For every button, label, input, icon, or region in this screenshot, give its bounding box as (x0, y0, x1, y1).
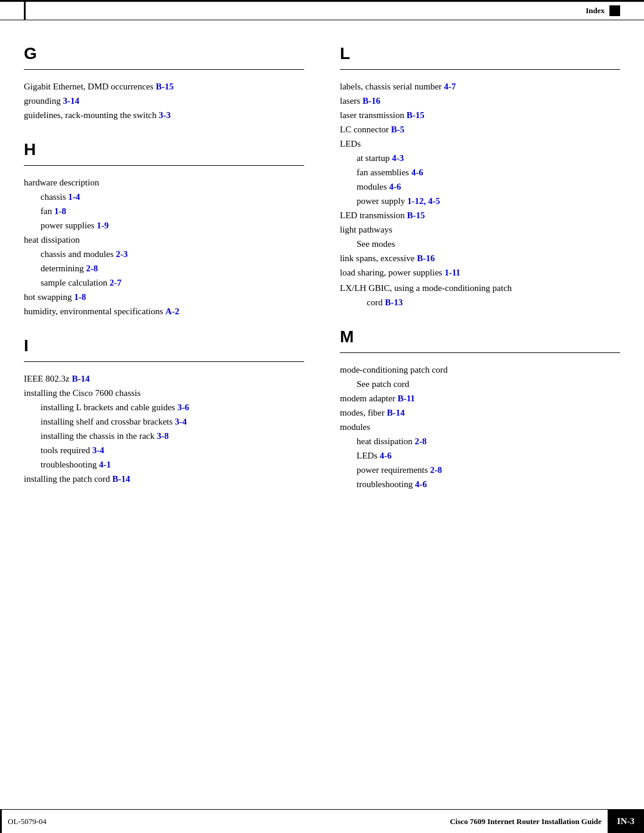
entry-text: humidity, environmental specifications (24, 306, 165, 316)
entry-link: B-14 (387, 408, 405, 417)
entry-link: 1-8 (54, 206, 66, 216)
list-item: mode-conditioning patch cord (340, 363, 620, 377)
footer-book-title: Cisco 7609 Internet Router Installation … (206, 817, 608, 826)
entry-link: 2-3 (116, 249, 128, 259)
list-item: load sharing, power supplies 1-11 (340, 265, 620, 280)
entry-text: power requirements (357, 465, 430, 475)
section-M-divider (340, 352, 620, 353)
list-item: sample calculation 2-7 (24, 275, 304, 290)
list-item: modem adapter B-11 (340, 391, 620, 405)
list-item: troubleshooting 4-1 (24, 457, 304, 472)
list-item: labels, chassis serial number 4-7 (340, 79, 620, 94)
section-H: H hardware description chassis 1-4 fan 1… (24, 140, 304, 318)
entry-text: IEEE 802.3z (24, 374, 72, 383)
list-item: guidelines, rack-mounting the switch 3-3 (24, 108, 304, 122)
entry-text: LEDs (357, 451, 380, 460)
entry-link: B-15 (407, 210, 425, 220)
section-L-letter: L (340, 44, 620, 63)
entry-text: installing L brackets and cable guides (41, 402, 177, 412)
list-item: determining 2-8 (24, 261, 304, 275)
entry-text: installing the Cisco 7600 chassis (24, 388, 141, 398)
entry-text: modules (340, 422, 370, 432)
entry-text: labels, chassis serial number (340, 82, 444, 91)
entry-text: chassis and modules (41, 249, 116, 259)
list-item: Gigabit Ethernet, DMD occurrences B-15 (24, 79, 304, 94)
entry-text: power supplies (41, 221, 97, 230)
entry-link: 4-6 (415, 479, 427, 489)
section-H-letter: H (24, 140, 304, 159)
list-item: fan 1-8 (24, 204, 304, 218)
section-L-divider (340, 69, 620, 70)
list-item: LEDs 4-6 (340, 448, 620, 463)
section-G-letter: G (24, 44, 304, 63)
section-G: G Gigabit Ethernet, DMD occurrences B-15… (24, 44, 304, 122)
entry-text: troubleshooting (41, 460, 99, 469)
entry-link: B-15 (156, 82, 174, 91)
list-item: grounding 3-14 (24, 94, 304, 108)
list-item: light pathways (340, 222, 620, 237)
entry-text: LC connector (340, 125, 391, 134)
list-item: fan assemblies 4-6 (340, 165, 620, 179)
entry-text: lasers (340, 96, 363, 106)
entry-link: 4-6 (411, 168, 423, 177)
entry-text: determining (41, 264, 86, 273)
header-left-rule (24, 2, 26, 20)
section-L: L labels, chassis serial number 4-7 lase… (340, 44, 620, 309)
right-column: L labels, chassis serial number 4-7 lase… (322, 44, 620, 509)
entry-link: B-15 (407, 110, 425, 120)
list-item: See modes (340, 237, 620, 251)
list-item: hardware description (24, 175, 304, 190)
entry-text: guidelines, rack-mounting the switch (24, 110, 159, 120)
entry-text: link spans, excessive (340, 253, 417, 263)
entry-link: 4-7 (444, 82, 456, 91)
list-item: See patch cord (340, 377, 620, 391)
entry-text: hot swapping (24, 292, 74, 302)
entry-text: LED transmission (340, 210, 407, 220)
entry-link: B-16 (417, 253, 435, 263)
entry-link: B-13 (385, 298, 402, 307)
entry-link: 4-3 (392, 153, 404, 163)
entry-link: 3-14 (63, 96, 79, 106)
entry-text: power supply (357, 196, 407, 206)
header-title: Index (586, 6, 605, 16)
list-item: tools required 3-4 (24, 443, 304, 457)
list-item: power supply 1-12, 4-5 (340, 194, 620, 208)
list-item: LX/LH GBIC, using a mode-conditioning pa… (340, 281, 620, 309)
list-item: modes, fiber B-14 (340, 405, 620, 420)
list-item: installing shelf and crossbar brackets 3… (24, 414, 304, 429)
list-item: power supplies 1-9 (24, 218, 304, 233)
list-item: lasers B-16 (340, 94, 620, 108)
entry-link: 2-8 (430, 465, 442, 475)
entry-link: B-14 (112, 474, 130, 484)
entry-link: 1-11 (444, 268, 460, 277)
footer-doc-num: OL-5079-04 (2, 817, 206, 826)
list-item: installing L brackets and cable guides 3… (24, 400, 304, 414)
list-item: link spans, excessive B-16 (340, 251, 620, 265)
entry-link: 2-8 (415, 436, 427, 446)
list-item: laser transmission B-15 (340, 108, 620, 122)
entry-text: See patch cord (357, 379, 409, 389)
list-item: modules (340, 420, 620, 434)
section-I-divider (24, 361, 304, 362)
entry-text: heat dissipation (357, 436, 415, 446)
section-H-divider (24, 165, 304, 166)
entry-text: modules (357, 182, 389, 191)
section-M: M mode-conditioning patch cord See patch… (340, 327, 620, 491)
entry-text: chassis (41, 192, 68, 202)
entry-link: 1-4 (68, 192, 80, 202)
entry-link: 1-12, 4-5 (407, 196, 440, 206)
entry-link: B-11 (398, 394, 415, 403)
entry-text: Gigabit Ethernet, DMD occurrences (24, 82, 156, 91)
entry-text: LEDs (340, 139, 361, 148)
entry-link: 3-4 (175, 417, 187, 426)
list-item: at startup 4-3 (340, 151, 620, 165)
list-item: humidity, environmental specifications A… (24, 304, 304, 318)
entry-text: modes, fiber (340, 408, 387, 417)
entry-text: LX/LH GBIC, using a mode-conditioning pa… (340, 283, 512, 307)
entry-link: B-14 (72, 374, 89, 383)
list-item: installing the Cisco 7600 chassis (24, 386, 304, 400)
entry-link: 3-6 (177, 402, 189, 412)
section-G-divider (24, 69, 304, 70)
entry-link: 4-1 (99, 460, 111, 469)
list-item: chassis and modules 2-3 (24, 247, 304, 261)
